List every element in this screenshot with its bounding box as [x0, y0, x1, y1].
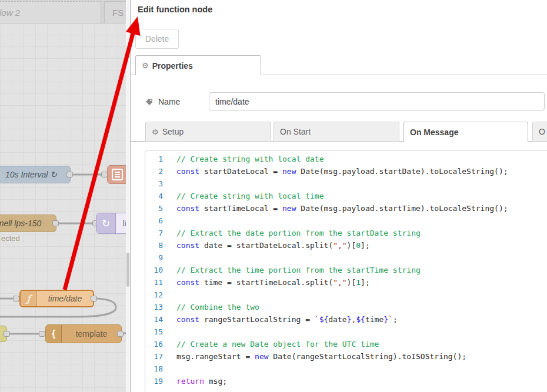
form-icon — [110, 168, 124, 181]
code-line: 14const rangeStartLocalString = `${date}… — [145, 313, 547, 326]
line-number: 9 — [145, 252, 169, 264]
tag-icon — [145, 98, 153, 106]
line-number: 1 — [145, 153, 169, 165]
dialog-title: Edit function node — [138, 5, 212, 14]
code-line: 8const date = startDateLocal.split(",")[… — [145, 239, 547, 252]
template-output-port[interactable] — [117, 331, 124, 337]
tab-on-start[interactable]: On Start — [274, 122, 399, 142]
line-number: 11 — [145, 276, 169, 289]
function-output-port[interactable] — [91, 296, 97, 301]
edge-node-output-port[interactable] — [4, 331, 10, 337]
function-node[interactable]: ƒ time/date — [19, 290, 94, 307]
serial-status-text: ected — [1, 234, 20, 243]
tab-setup[interactable]: ⚙ Setup — [145, 122, 271, 142]
code-line: 10// Extract the time portion from the s… — [145, 264, 547, 276]
line-number: 3 — [145, 177, 169, 190]
line-number: 16 — [145, 338, 169, 350]
delay-node-label: lin — [116, 219, 126, 228]
line-number: 10 — [145, 264, 169, 276]
parser-node[interactable] — [107, 165, 126, 184]
line-number: 17 — [145, 350, 169, 363]
template-input-port[interactable] — [39, 331, 45, 337]
flow-tab-label: FS — [112, 8, 124, 18]
tab-on-message-label: On Message — [410, 128, 458, 137]
function-input-port[interactable] — [13, 296, 19, 301]
flow-tab-bar: low 2 FS — [0, 0, 126, 24]
flow-tab-fs[interactable]: FS — [104, 1, 126, 23]
line-number: 6 — [145, 215, 169, 227]
delay-icon: ↻ — [96, 213, 116, 233]
code-line: 16// Create a new Date object for the UT… — [145, 338, 547, 350]
serial-node[interactable]: knell lps-150 — [0, 215, 56, 232]
code-editor[interactable]: 1// Create string with local date2const … — [145, 150, 547, 392]
delete-button-label: Delete — [145, 34, 169, 43]
inject-node-label: 10s Interval ↻ — [0, 170, 70, 179]
code-line: 9 — [145, 252, 547, 264]
tab-on-stop-label: O — [539, 127, 545, 136]
code-line: 3 — [145, 177, 547, 190]
line-number: 12 — [145, 289, 169, 301]
tab-on-start-label: On Start — [280, 127, 311, 136]
workspace-scrollbar[interactable] — [126, 0, 130, 392]
gear-icon: ⚙ — [142, 61, 149, 70]
code-line: 19return msg; — [145, 375, 547, 387]
code-line: 18 — [145, 363, 547, 375]
code-line: 1// Create string with local date — [145, 153, 547, 165]
code-line: 13// Combine the two — [145, 301, 547, 313]
function-node-label: time/date — [37, 294, 93, 303]
template-icon: { — [46, 325, 62, 343]
code-line: 15 — [145, 326, 547, 338]
edit-function-dialog: Edit function node Delete ⚙ Properties N… — [130, 0, 547, 392]
line-number: 18 — [145, 363, 169, 375]
line-number: 15 — [145, 326, 169, 338]
gear-icon: ⚙ — [152, 128, 159, 136]
tab-setup-label: Setup — [162, 127, 184, 136]
code-line: 2const startDateLocal = new Date(msg.pay… — [145, 165, 547, 177]
inject-output-port[interactable] — [66, 172, 73, 177]
line-number: 8 — [145, 239, 169, 252]
code-line: 11const time = startTimeLocal.split(",")… — [145, 276, 547, 289]
line-number: 4 — [145, 190, 169, 202]
serial-node-label: knell lps-150 — [0, 219, 56, 228]
template-node-label: template — [62, 329, 121, 339]
inject-node[interactable]: 10s Interval ↻ — [0, 166, 71, 183]
name-field-label: Name — [145, 92, 180, 110]
serial-output-port[interactable] — [52, 220, 59, 226]
line-number: 19 — [145, 375, 169, 387]
function-icon: ƒ — [21, 291, 37, 306]
flow-tab-flow2[interactable]: low 2 — [0, 1, 101, 23]
line-number: 2 — [145, 165, 169, 177]
line-number: 14 — [145, 313, 169, 326]
code-line: 6 — [145, 215, 547, 227]
tab-properties-label: Properties — [152, 61, 193, 71]
tab-properties[interactable]: ⚙ Properties — [135, 55, 261, 75]
tab-on-message[interactable]: On Message — [403, 122, 528, 142]
tab-on-stop[interactable]: O — [532, 122, 547, 142]
code-line: 7// Extract the date portion from the st… — [145, 227, 547, 239]
flow-tab-label: low 2 — [0, 8, 20, 18]
code-line: 5const startTimeLocal = new Date(msg.pay… — [145, 202, 547, 215]
line-number: 13 — [145, 301, 169, 313]
delay-node[interactable]: ↻ lin — [96, 213, 126, 234]
template-node[interactable]: { template — [45, 324, 122, 343]
flow-workspace[interactable]: low 2 FS 10s Interval ↻ knell lps-150 ec… — [0, 0, 126, 392]
line-number: 7 — [145, 227, 169, 239]
delete-button[interactable]: Delete — [135, 29, 179, 49]
code-line: 12 — [145, 289, 547, 301]
line-number: 5 — [145, 202, 169, 215]
name-input[interactable] — [209, 92, 545, 110]
workspace-scrollbar-thumb[interactable] — [126, 253, 129, 287]
code-line: 17msg.rangeStart = new Date(rangeStartLo… — [145, 350, 547, 363]
code-line: 4// Create string with local time — [145, 190, 547, 202]
